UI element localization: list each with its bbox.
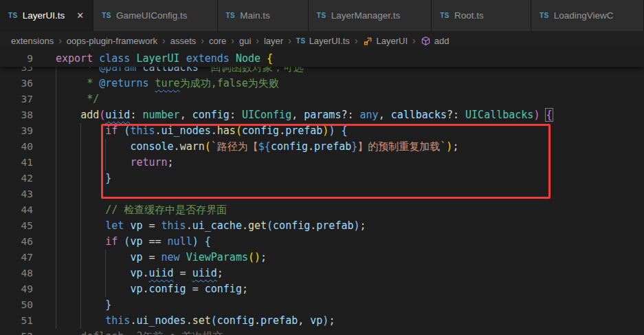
code-line[interactable]: 37 */ (0, 91, 644, 107)
tab-bar: TSLayerUI.ts✕TSGameUIConfig.tsTSMain.tsT… (0, 0, 644, 31)
chevron-right-icon: › (201, 35, 204, 46)
code-text: vp.uiid = uiid; (56, 266, 223, 281)
line-number[interactable]: 52 (0, 329, 33, 335)
code-token (118, 125, 124, 137)
breadcrumb-item-extensions[interactable]: extensions (11, 36, 54, 46)
vscode-window: TSLayerUI.ts✕TSGameUIConfig.tsTSMain.tsT… (0, 0, 644, 335)
chevron-right-icon: › (288, 35, 291, 46)
code-token: ui_nodes (162, 125, 211, 137)
breadcrumb-item-gui[interactable]: gui (239, 36, 251, 46)
tab-label: LayerManager.ts (331, 10, 401, 21)
sticky-scope-header[interactable]: 9 export class LayerUI extends Node { (0, 50, 644, 67)
code-line[interactable]: 40 console.warn(`路径为【${config.prefab}】的预… (0, 139, 644, 155)
code-line[interactable]: 42 } (0, 171, 644, 186)
code-token: { (341, 125, 347, 137)
code-token: ( (248, 251, 254, 263)
code-token: ) (254, 251, 260, 263)
code-token (56, 251, 130, 263)
line-number[interactable]: 50 (0, 297, 33, 313)
line-number[interactable]: 41 (0, 155, 33, 171)
line-number[interactable]: 45 (0, 218, 33, 234)
line-number[interactable]: 51 (0, 313, 33, 329)
code-token: uiid (105, 109, 130, 121)
code-line[interactable]: 47 vp = new ViewParams(); (0, 250, 644, 266)
code-token: let (105, 219, 124, 232)
code-editor[interactable]: 35 * @param callbacks 回调函数对象，可选36 * @ret… (0, 50, 644, 335)
line-number[interactable]: 40 (0, 139, 33, 155)
code-token: ( (267, 219, 273, 232)
code-token: . (242, 219, 248, 232)
code-token: ui_cache (192, 219, 242, 232)
code-token: warn (180, 140, 205, 153)
code-token: == (142, 235, 167, 248)
code-line[interactable]: 52 deflash, 2年前 • 首次提交 (0, 329, 644, 335)
code-line[interactable]: 36 * @returns ture为成功,false为失败 (0, 76, 644, 91)
tab-layermanager-ts[interactable]: TSLayerManager.ts (309, 0, 432, 31)
code-token: has (217, 125, 236, 137)
code-token: number (142, 109, 179, 121)
tab-gameuiconfig-ts[interactable]: TSGameUIConfig.ts (93, 0, 217, 31)
code-token: prefab (285, 125, 322, 137)
code-token: params (304, 109, 341, 121)
breadcrumb-label: add (434, 36, 449, 46)
breadcrumb-item-add[interactable]: add (421, 36, 449, 46)
close-icon[interactable]: ✕ (76, 10, 85, 21)
code-text: console.warn(`路径为【${config.prefab}】的预制重复… (56, 139, 458, 155)
tab-layerui-ts[interactable]: TSLayerUI.ts✕ (0, 0, 93, 31)
code-token (56, 204, 105, 216)
line-number[interactable]: 42 (0, 171, 33, 186)
code-line[interactable]: 39 if (this.ui_nodes.has(config.prefab))… (0, 123, 644, 139)
line-number[interactable]: 48 (0, 266, 33, 281)
code-token: config (271, 140, 308, 153)
code-token: ; (242, 283, 248, 295)
breadcrumb-label: oops-plugin-framework (67, 36, 157, 46)
line-number[interactable]: 39 (0, 123, 33, 139)
code-token: UICallbacks (465, 109, 533, 121)
code-token (56, 156, 130, 169)
typescript-icon: TS (8, 12, 18, 19)
line-number[interactable]: 46 (0, 234, 33, 250)
breadcrumb-item-layerui[interactable]: LayerUI (363, 36, 408, 46)
code-token: return (130, 156, 167, 169)
code-text: } (56, 171, 111, 186)
code-token: add (80, 109, 99, 121)
line-number[interactable]: 49 (0, 281, 33, 297)
tab-main-ts[interactable]: TSMain.ts (218, 0, 309, 31)
breadcrumb-item-assets[interactable]: assets (170, 36, 197, 46)
tab-loadingviewc[interactable]: TSLoadingViewC (531, 0, 644, 31)
code-line[interactable]: 46 if (vp == null) { (0, 234, 644, 250)
method-symbol-icon (421, 36, 431, 46)
breadcrumb-item-core[interactable]: core (209, 36, 226, 46)
code-text: return; (56, 155, 174, 171)
breadcrumb-label: extensions (11, 36, 54, 46)
code-token: ( (99, 109, 105, 121)
line-number[interactable]: 44 (0, 202, 33, 218)
code-line[interactable]: 48 vp.uiid = uiid; (0, 266, 644, 281)
code-token: } (105, 299, 111, 311)
breadcrumb-item-layer[interactable]: layer (264, 36, 283, 46)
code-token: null (168, 235, 192, 248)
code-token: this (105, 314, 130, 327)
code-line[interactable]: 51 this.ui_nodes.set(config.prefab, vp); (0, 313, 644, 329)
tab-root-ts[interactable]: TSRoot.ts (432, 0, 531, 31)
typescript-icon: TS (540, 12, 549, 19)
code-line[interactable]: 44 // 检查缓存中是否存界面 (0, 202, 644, 218)
code-line[interactable]: 50 } (0, 297, 644, 313)
line-number[interactable]: 47 (0, 250, 33, 266)
code-line[interactable]: 43 (0, 186, 644, 202)
code-token: ; (360, 219, 366, 232)
code-line[interactable]: 45 let vp = this.ui_cache.get(config.pre… (0, 218, 644, 234)
code-text: * @returns ture为成功,false为失败 (56, 76, 279, 91)
code-text: // 检查缓存中是否存界面 (56, 202, 227, 218)
code-line[interactable]: 41 return; (0, 155, 644, 171)
code-line[interactable]: 38 add(uiid: number, config: UIConfig, p… (0, 107, 644, 123)
typescript-icon: TS (226, 12, 236, 19)
code-token: ture (155, 77, 180, 89)
code-token: } (105, 172, 111, 184)
code-line[interactable]: 49 vp.config = config; (0, 281, 644, 297)
breadcrumb-item-oops-plugin-framework[interactable]: oops-plugin-framework (67, 36, 157, 46)
code-token: config (205, 283, 242, 295)
breadcrumb-item-layerui-ts[interactable]: TSLayerUI.ts (296, 36, 350, 46)
line-number[interactable]: 43 (0, 186, 33, 202)
code-token: ?: (341, 109, 359, 121)
